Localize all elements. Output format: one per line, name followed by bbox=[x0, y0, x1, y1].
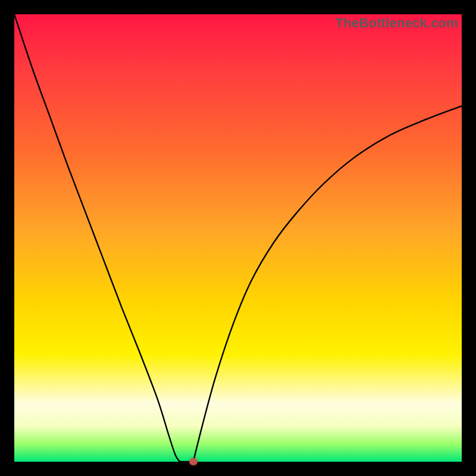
plot-area: TheBottleneck.com bbox=[14, 14, 462, 462]
optimum-marker bbox=[189, 458, 198, 465]
curve-path bbox=[14, 14, 462, 464]
chart-container: TheBottleneck.com bbox=[0, 0, 476, 476]
bottleneck-curve bbox=[14, 14, 462, 462]
